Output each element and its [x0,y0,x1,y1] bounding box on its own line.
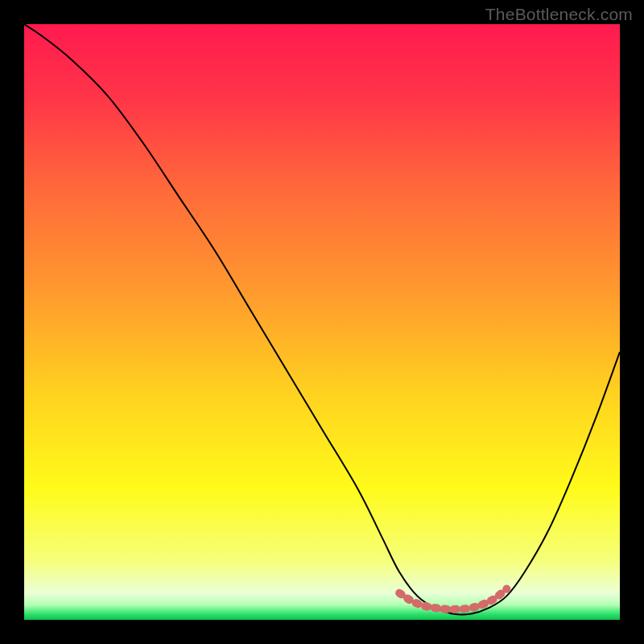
chart-stage: TheBottleneck.com [0,0,644,644]
plot-area [24,24,620,620]
chart-svg [24,24,620,620]
watermark-text: TheBottleneck.com [485,5,633,24]
gradient-rect [24,24,620,620]
